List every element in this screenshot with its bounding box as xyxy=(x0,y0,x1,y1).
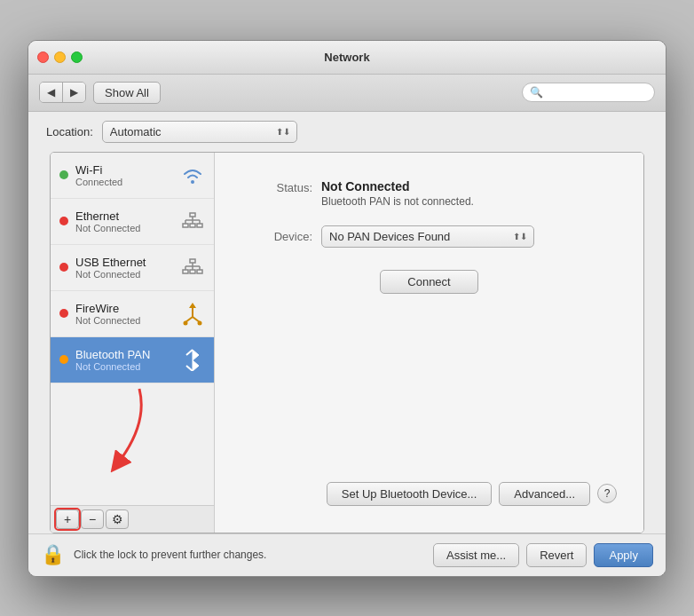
svg-rect-17 xyxy=(190,270,195,273)
firewire-name: FireWire xyxy=(75,302,173,315)
connect-button[interactable]: Connect xyxy=(380,270,477,294)
device-label: Device: xyxy=(241,230,312,243)
device-row: Device: No PAN Devices Found ⬆⬇ xyxy=(241,225,617,248)
window-footer: 🔒 Click the lock to prevent further chan… xyxy=(28,533,666,576)
status-label: Status: xyxy=(241,179,312,194)
setup-bluetooth-button[interactable]: Set Up Bluetooth Device... xyxy=(327,482,492,506)
firewire-icon xyxy=(180,301,205,326)
wifi-status-dot xyxy=(59,170,68,179)
svg-point-23 xyxy=(184,321,188,326)
forward-button[interactable]: ▶ xyxy=(63,83,85,102)
back-button[interactable]: ◀ xyxy=(40,83,63,102)
device-select-wrapper: No PAN Devices Found ⬆⬇ xyxy=(321,225,534,248)
usb-ethernet-icon xyxy=(180,255,205,280)
svg-marker-26 xyxy=(193,360,199,371)
usb-ethernet-status-dot xyxy=(59,263,68,272)
minimize-button[interactable] xyxy=(54,51,66,63)
firewire-status: Not Connected xyxy=(75,315,173,326)
sidebar-item-bluetooth-pan[interactable]: Bluetooth PAN Not Connected xyxy=(51,337,214,383)
svg-marker-22 xyxy=(189,303,196,308)
network-window: Network ◀ ▶ Show All 🔍 Location: Automat… xyxy=(28,40,666,577)
connect-row: Connect xyxy=(241,270,617,294)
detail-bottom-buttons: Set Up Bluetooth Device... Advanced... ? xyxy=(241,482,617,506)
svg-line-28 xyxy=(186,366,193,371)
sidebar-item-firewire[interactable]: FireWire Not Connected xyxy=(51,291,214,337)
ethernet-name: Ethernet xyxy=(75,209,173,223)
sidebar-item-wifi[interactable]: Wi-Fi Connected xyxy=(51,153,214,199)
svg-rect-1 xyxy=(190,213,195,217)
bluetooth-pan-status-dot xyxy=(59,355,68,364)
bluetooth-pan-status: Not Connected xyxy=(75,361,173,372)
location-bar: Location: Automatic ⬆⬇ xyxy=(28,112,666,152)
show-all-button[interactable]: Show All xyxy=(93,82,161,104)
ethernet-status-dot xyxy=(59,217,68,225)
titlebar: Network xyxy=(28,41,666,75)
firewire-status-dot xyxy=(59,309,68,318)
ethernet-icon xyxy=(180,209,205,233)
lock-icon[interactable]: 🔒 xyxy=(41,543,65,566)
usb-ethernet-name: USB Ethernet xyxy=(75,256,173,269)
wifi-name: Wi-Fi xyxy=(75,163,173,177)
location-select-wrapper: Automatic ⬆⬇ xyxy=(102,121,297,143)
svg-marker-25 xyxy=(193,350,199,360)
device-select[interactable]: No PAN Devices Found xyxy=(321,225,534,248)
svg-rect-10 xyxy=(190,259,195,263)
svg-rect-8 xyxy=(190,224,195,227)
footer-text: Click the lock to prevent further change… xyxy=(74,549,424,561)
usb-ethernet-status: Not Connected xyxy=(75,269,173,280)
status-row: Status: Not Connected Bluetooth PAN is n… xyxy=(241,179,617,208)
search-box[interactable]: 🔍 xyxy=(522,83,655,102)
sidebar-footer: + − ⚙ xyxy=(51,505,214,533)
svg-rect-18 xyxy=(197,270,202,273)
sidebar: Wi-Fi Connected xyxy=(51,153,215,533)
toolbar: ◀ ▶ Show All 🔍 xyxy=(28,75,666,112)
svg-point-0 xyxy=(191,180,194,184)
help-button[interactable]: ? xyxy=(597,484,617,503)
footer-buttons: Assist me... Revert Apply xyxy=(433,543,653,567)
wifi-icon xyxy=(180,162,205,187)
window-title: Network xyxy=(324,51,369,64)
traffic-lights xyxy=(37,51,83,63)
assist-button[interactable]: Assist me... xyxy=(433,543,519,567)
svg-line-27 xyxy=(186,350,193,355)
main-content: Wi-Fi Connected xyxy=(50,152,644,533)
sidebar-list: Wi-Fi Connected xyxy=(51,153,214,505)
bluetooth-pan-name: Bluetooth PAN xyxy=(75,348,173,361)
status-main: Not Connected xyxy=(321,179,474,193)
wifi-status: Connected xyxy=(75,177,173,187)
sidebar-item-ethernet[interactable]: Ethernet Not Connected xyxy=(51,199,214,245)
status-sub: Bluetooth PAN is not connected. xyxy=(321,195,474,208)
settings-button[interactable]: ⚙ xyxy=(106,509,129,529)
svg-rect-9 xyxy=(197,224,202,227)
revert-button[interactable]: Revert xyxy=(526,543,587,567)
nav-buttons: ◀ ▶ xyxy=(39,82,86,103)
advanced-button[interactable]: Advanced... xyxy=(499,482,590,506)
detail-panel: Status: Not Connected Bluetooth PAN is n… xyxy=(215,153,643,533)
ethernet-status: Not Connected xyxy=(75,223,173,233)
maximize-button[interactable] xyxy=(71,51,83,63)
svg-rect-16 xyxy=(183,270,188,273)
location-label: Location: xyxy=(46,125,93,138)
svg-rect-7 xyxy=(183,224,188,227)
close-button[interactable] xyxy=(37,51,49,63)
svg-point-24 xyxy=(198,321,202,326)
bluetooth-icon xyxy=(180,347,205,372)
sidebar-item-usb-ethernet[interactable]: USB Ethernet Not Connected xyxy=(51,245,214,291)
main-wrapper: Wi-Fi Connected xyxy=(28,152,666,533)
remove-network-button[interactable]: − xyxy=(81,509,104,529)
search-icon: 🔍 xyxy=(530,86,543,99)
add-network-button[interactable]: + xyxy=(56,509,79,529)
location-select[interactable]: Automatic xyxy=(102,121,297,143)
apply-button[interactable]: Apply xyxy=(594,543,653,567)
